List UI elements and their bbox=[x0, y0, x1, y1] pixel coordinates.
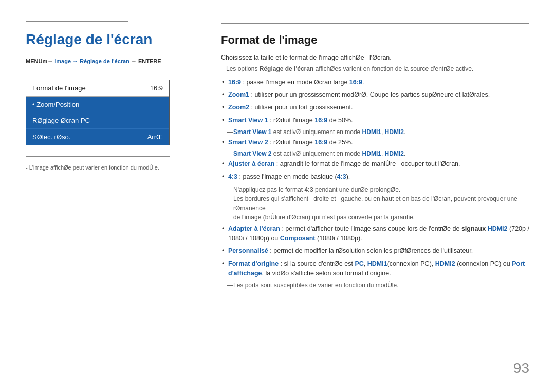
list-item-ajuster: Ajuster à écran : agrandit le format de … bbox=[221, 159, 529, 169]
page-number: 93 bbox=[513, 360, 529, 377]
list-item-personnalise: Personnalisé : permet de modifier la rØs… bbox=[221, 246, 529, 256]
menu-item-zoom[interactable]: • Zoom/Position bbox=[26, 97, 169, 113]
menu-item-value-selec: ArrŒ bbox=[147, 133, 163, 141]
term-hdmi1-pc: HDMI1 bbox=[367, 260, 387, 267]
content-list-3: Ajuster à écran : agrandit le format de … bbox=[221, 159, 529, 182]
menu-item-label-reglage: RØglage Øcran PC bbox=[32, 117, 90, 124]
subnote-sv1-text: Smart View 1 bbox=[233, 128, 271, 136]
warning-text-1: N'appliquez pas le format 4:3 pendant un… bbox=[233, 185, 529, 194]
menu-box: Format de l'image 16:9 • Zoom/Position R… bbox=[26, 80, 170, 145]
left-column: Réglage de l'écran MENUm→ Image → Réglag… bbox=[26, 21, 190, 371]
menu-item-format[interactable]: Format de l'image 16:9 bbox=[26, 80, 169, 97]
subnote-sv1-hdmi2: HDMI2 bbox=[385, 128, 404, 136]
list-item-adapter: Adapter à l'écran : permet d'afficher to… bbox=[221, 224, 529, 244]
term-169: 16:9 bbox=[228, 79, 241, 86]
menu-path-highlight: Image → Réglage de l'écran bbox=[54, 58, 130, 64]
term-169-sv2: 16:9 bbox=[314, 139, 327, 146]
term-personnalise: Personnalisé bbox=[228, 247, 268, 254]
list-item-zoom1: Zoom1 : utiliser pour un grossissement m… bbox=[221, 90, 529, 100]
subnote-sv2-hdmi: HDMI1 bbox=[362, 150, 381, 157]
menu-item-value-format: 16:9 bbox=[150, 84, 163, 92]
term-composant: Composant bbox=[280, 235, 316, 242]
content-list-4: Adapter à l'écran : permet d'afficher to… bbox=[221, 224, 529, 278]
warning-block-43: N'appliquez pas le format 4:3 pendant un… bbox=[221, 185, 529, 222]
term-zoom1: Zoom1 bbox=[228, 91, 249, 98]
list-item-smartview1: Smart View 1 : rØduit l'image 16:9 de 50… bbox=[221, 116, 529, 125]
subnote-sv2-text: Smart View 2 bbox=[233, 150, 271, 157]
term-smartview1: Smart View 1 bbox=[228, 117, 268, 124]
intro-text: Choisissez la taille et le format de l'i… bbox=[221, 54, 529, 61]
top-divider bbox=[221, 23, 529, 24]
menu-path-text: MENUm→ bbox=[26, 58, 54, 64]
right-title: Format de l'image bbox=[221, 33, 529, 47]
subnote-sv2-hdmi2: HDMI2 bbox=[385, 150, 404, 157]
term-format-origine: Format d'origine bbox=[228, 260, 279, 267]
footnote: - L'image affichØe peut varier en foncti… bbox=[26, 164, 190, 171]
term-43-2: 4:3 bbox=[337, 173, 346, 180]
menu-item-label-selec: SØlec. rØso. bbox=[32, 133, 70, 141]
list-item-43: 4:3 : passe l'image en mode basique (4:3… bbox=[221, 172, 529, 182]
subnote-smartview2: Smart View 2 est activØ uniquement en mo… bbox=[221, 150, 529, 157]
menu-item-label-zoom: • Zoom/Position bbox=[32, 101, 79, 108]
term-ajuster: Ajuster à écran bbox=[228, 160, 274, 167]
menu-path-end: → ENTERE bbox=[130, 58, 161, 64]
term-pc: PC bbox=[355, 260, 363, 267]
term-hdmi2: HDMI2 bbox=[488, 225, 508, 232]
subnote-smartview1: Smart View 1 est activØ uniquement en mo… bbox=[221, 128, 529, 136]
left-top-divider bbox=[26, 21, 128, 22]
warning-text-3: de l'image (brÛlure d'Øcran) qui n'est p… bbox=[233, 213, 529, 222]
menu-item-label-format: Format de l'image bbox=[32, 84, 86, 92]
term-hdmi2-pc: HDMI2 bbox=[435, 260, 455, 267]
term-43: 4:3 bbox=[228, 173, 237, 180]
list-item-format-origine: Format d'origine : si la source d'entrØe… bbox=[221, 259, 529, 278]
page-title: Réglage de l'écran bbox=[26, 31, 190, 48]
right-column: Format de l'image Choisissez la taille e… bbox=[211, 21, 529, 371]
menu-item-reglage[interactable]: RØglage Øcran PC bbox=[26, 113, 169, 128]
menu-item-selec[interactable]: SØlec. rØso. ArrŒ bbox=[26, 128, 169, 145]
term-169-sv1: 16:9 bbox=[314, 117, 327, 124]
term-smartview2: Smart View 2 bbox=[228, 139, 268, 146]
list-item-smartview2: Smart View 2 : rØduit l'image 16:9 de 25… bbox=[221, 138, 529, 147]
term-zoom2: Zoom2 bbox=[228, 104, 249, 111]
list-item-169: 16:9 : passe l'image en mode Øcran large… bbox=[221, 78, 529, 87]
note-line: Les options Réglage de l'écran affichØes… bbox=[221, 65, 529, 72]
term-adapter: Adapter à l'écran bbox=[228, 225, 280, 232]
warning-text-2: Les bordures qui s'affichent droite et g… bbox=[233, 194, 529, 213]
content-list-2: Smart View 2 : rØduit l'image 16:9 de 25… bbox=[221, 138, 529, 147]
term-169-2: 16:9 bbox=[349, 79, 362, 86]
list-item-zoom2: Zoom2 : utiliser pour un fort grossissem… bbox=[221, 103, 529, 113]
left-divider bbox=[26, 156, 170, 157]
subnote-sv1-hdmi: HDMI1 bbox=[362, 128, 381, 136]
subnote-ports: Les ports sont susceptibles de varier en… bbox=[221, 282, 529, 289]
content-list: 16:9 : passe l'image en mode Øcran large… bbox=[221, 78, 529, 125]
menu-path: MENUm→ Image → Réglage de l'écran → ENTE… bbox=[26, 58, 190, 64]
